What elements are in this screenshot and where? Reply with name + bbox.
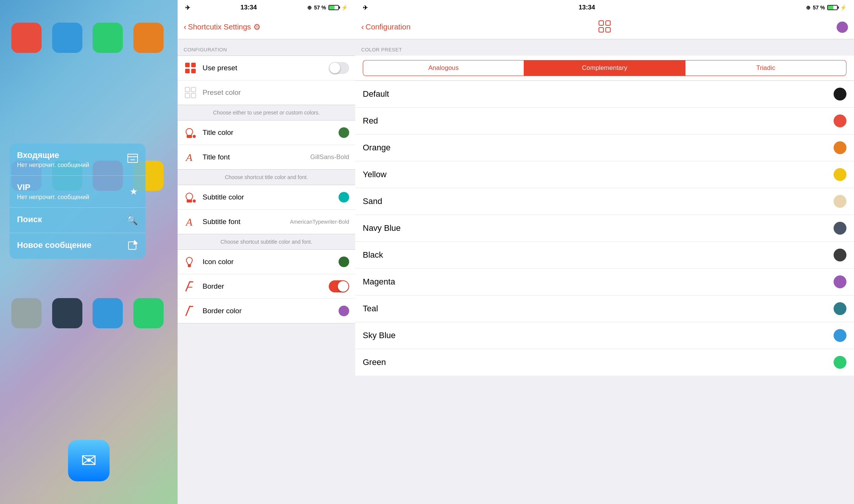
hs-icon <box>52 298 82 328</box>
battery-icon-middle <box>328 5 339 10</box>
back-button-right[interactable]: ‹ Configuration <box>361 22 410 32</box>
color-list-label: Magenta <box>363 277 834 287</box>
color-list-label: Yellow <box>363 170 834 179</box>
svg-rect-2 <box>185 63 190 67</box>
border-item[interactable]: Border <box>178 274 355 299</box>
color-swatch <box>834 114 846 127</box>
battery-percent-middle: 57 % <box>314 5 326 11</box>
border-toggle-knob <box>338 281 348 292</box>
mail-item-vip-title: VIP <box>17 182 89 192</box>
battery-icon-right <box>827 5 838 10</box>
mail-item-compose-title: Новое сообщение <box>17 240 91 250</box>
icon-color-dot <box>339 257 349 267</box>
mail-item-compose[interactable]: Новое сообщение <box>9 233 145 259</box>
left-panel: Входящие Нет непрочит. сообщений VIP Нет… <box>0 0 178 504</box>
inbox-icon <box>127 154 138 165</box>
subtitle-color-item[interactable]: Subtitle color <box>178 185 355 210</box>
mail-item-search-title: Поиск <box>17 215 42 224</box>
star-icon: ★ <box>130 186 138 197</box>
grid-outline-icon <box>184 86 197 99</box>
title-font-label: Title font <box>203 153 310 161</box>
chevron-left-icon: ‹ <box>184 22 186 32</box>
svg-rect-7 <box>191 87 196 92</box>
paint-bucket-icon <box>184 126 197 139</box>
tab-complementary[interactable]: Complementary <box>524 60 685 76</box>
title-font-item[interactable]: A Title font GillSans-Bold <box>178 145 355 169</box>
color-swatch <box>834 195 846 208</box>
color-swatch <box>834 222 846 235</box>
color-list-item[interactable]: Orange <box>355 135 854 161</box>
color-list-label: Sky Blue <box>363 331 834 340</box>
use-preset-label: Use preset <box>203 64 329 72</box>
gear-icon[interactable]: ⚙ <box>253 22 261 32</box>
signal-icon: ⊕ <box>307 5 312 11</box>
right-panel: ✈ 13:34 ⊕ 57 % ⚡ ‹ Configuration C <box>355 0 854 504</box>
subtitle-font-item[interactable]: A Subtitle font AmericanTypewriter-Bold <box>178 210 355 234</box>
svg-rect-17 <box>606 21 610 25</box>
use-preset-item[interactable]: Use preset <box>178 56 355 80</box>
tab-analogous[interactable]: Analogous <box>363 60 524 76</box>
paint-bucket-subtitle-icon <box>184 190 197 204</box>
subtitle-info-text: Choose shortcut subtitle color and font. <box>178 234 355 249</box>
color-list-item[interactable]: Default <box>355 81 854 108</box>
nav-bar-middle: ‹ Shortcutix Settings ⚙ <box>178 15 355 39</box>
charging-icon-right: ⚡ <box>840 5 846 11</box>
svg-rect-4 <box>185 69 190 73</box>
color-swatch <box>834 141 846 154</box>
settings-list: Use preset Preset color <box>178 56 355 105</box>
border-toggle[interactable] <box>329 280 349 292</box>
border-color-item[interactable]: Border color <box>178 299 355 323</box>
mail-item-inbox[interactable]: Входящие Нет непрочит. сообщений <box>9 144 145 176</box>
svg-rect-16 <box>599 21 603 25</box>
svg-rect-18 <box>599 28 603 32</box>
color-list-item[interactable]: Green <box>355 349 854 376</box>
color-list-item[interactable]: Teal <box>355 295 854 322</box>
preset-color-item: Preset color <box>178 80 355 105</box>
charging-icon: ⚡ <box>341 5 348 11</box>
color-list-label: Red <box>363 116 834 126</box>
color-list-item[interactable]: Red <box>355 108 854 135</box>
signal-icon-right: ⊕ <box>806 5 811 11</box>
color-list-item[interactable]: Yellow <box>355 161 854 188</box>
svg-point-14 <box>193 199 196 203</box>
battery-fill-right <box>828 6 833 9</box>
back-label-middle: Shortcutix Settings <box>188 23 251 31</box>
mail-app-icon[interactable] <box>68 440 110 481</box>
search-icon: 🔍 <box>127 215 138 226</box>
border-label: Border <box>203 282 329 291</box>
back-button-middle[interactable]: ‹ Shortcutix Settings <box>184 22 251 32</box>
mail-item-title: Входящие <box>17 150 89 160</box>
color-list: Default Red Orange Yellow Sand Navy Blue… <box>355 81 854 504</box>
color-swatch <box>834 88 846 100</box>
color-list-item[interactable]: Sand <box>355 188 854 215</box>
mail-item-search[interactable]: Поиск 🔍 <box>9 208 145 233</box>
title-color-label: Title color <box>203 128 339 137</box>
color-list-label: Teal <box>363 304 834 314</box>
hs-icon <box>133 23 164 53</box>
nav-color-dot <box>837 22 848 33</box>
nav-grid-icon <box>598 20 611 34</box>
svg-text:A: A <box>185 152 193 163</box>
chevron-left-icon-right: ‹ <box>361 22 364 32</box>
color-list-item[interactable]: Navy Blue <box>355 215 854 242</box>
mail-item-vip[interactable]: VIP Нет непрочит. сообщений ★ <box>9 176 145 208</box>
title-color-dot <box>339 127 349 138</box>
border-color-icon <box>184 304 197 318</box>
battery-percent-right: 57 % <box>813 5 825 11</box>
svg-rect-19 <box>606 28 610 32</box>
color-list-item[interactable]: Magenta <box>355 269 854 295</box>
use-preset-toggle[interactable] <box>329 62 349 74</box>
mail-widget: Входящие Нет непрочит. сообщений VIP Нет… <box>9 144 145 259</box>
color-swatch <box>834 302 846 315</box>
icon-color-item[interactable]: Icon color <box>178 250 355 274</box>
battery-fill <box>329 6 334 9</box>
grid-icon <box>184 61 197 75</box>
color-list-item[interactable]: Sky Blue <box>355 322 854 349</box>
color-list-item[interactable]: Black <box>355 242 854 269</box>
title-color-item[interactable]: Title color <box>178 121 355 145</box>
tab-triadic[interactable]: Triadic <box>685 60 846 76</box>
hs-icon <box>11 23 42 53</box>
svg-rect-10 <box>187 135 192 138</box>
preset-color-label: Preset color <box>203 88 349 97</box>
svg-text:A: A <box>185 216 193 228</box>
